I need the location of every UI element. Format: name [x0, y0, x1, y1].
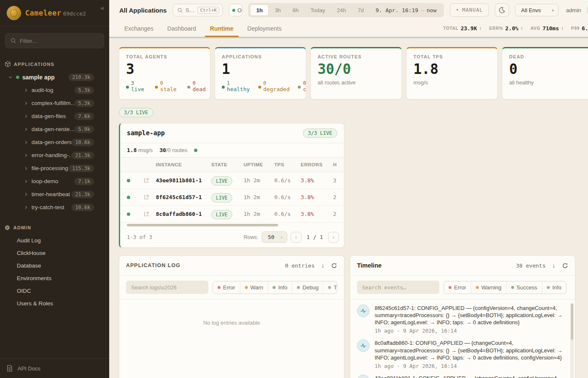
- event-timestamp: 1h ago · 9 Apr 2026, 16:14: [375, 363, 565, 369]
- count-badge: 10.6k: [71, 139, 94, 146]
- filter-placeholder: Filter...: [20, 38, 37, 44]
- download-icon[interactable]: ↓: [321, 262, 324, 269]
- app-name[interactable]: sample-app: [127, 129, 165, 137]
- stat-critical: 0criti: [298, 80, 306, 92]
- external-link-icon[interactable]: [144, 178, 149, 183]
- scrollbar-thumb[interactable]: [571, 304, 573, 340]
- scrollbar-thumb[interactable]: [127, 224, 278, 226]
- page-indicator: 1 / 1: [305, 234, 325, 240]
- kpi-p99: P996.8s↑: [571, 25, 588, 32]
- manual-refresh-button[interactable]: • MANUAL: [450, 3, 489, 17]
- external-link-icon[interactable]: [144, 211, 149, 217]
- document-icon: [7, 365, 13, 372]
- event-timestamp: 1h ago · 9 Apr 2026, 16:14: [375, 328, 565, 334]
- time-range-7d[interactable]: 7d: [352, 4, 370, 16]
- search-icon: [177, 8, 183, 13]
- time-range-6h[interactable]: 6h: [287, 4, 304, 16]
- sidebar-nav: APPLICATIONS sample app 210.3k audit-log…: [0, 51, 109, 358]
- sidebar-item-environments[interactable]: Environments: [0, 272, 109, 284]
- filter-chip-error[interactable]: Error: [444, 281, 471, 294]
- vertical-scrollbar[interactable]: [570, 303, 574, 378]
- sidebar-item-audit-log-admin[interactable]: Audit Log: [0, 234, 109, 247]
- filter-chip-success[interactable]: Success: [506, 281, 542, 294]
- sidebar-item-audit-log[interactable]: audit-log5.3k: [0, 84, 109, 97]
- tab-dashboard[interactable]: Dashboard: [162, 20, 201, 37]
- table-footer: 1-3 of 3 Rows: 50 ▾ ‹ 1 / 1 ›: [120, 228, 344, 247]
- sidebar-item-data-gen-nested[interactable]: data-gen-neste…5.9k: [0, 123, 109, 136]
- stat-dead: 0dead: [187, 80, 205, 92]
- card-total-agents: TOTAL AGENTS 3 3live 0stale 0dead: [119, 47, 210, 100]
- count-badge: 21.3k: [71, 191, 94, 198]
- instance-status-dot: [127, 196, 130, 199]
- chevron-right-icon: [24, 127, 28, 131]
- api-docs-link[interactable]: API Docs: [0, 358, 109, 378]
- keyboard-shortcut: Ctrl+K: [197, 7, 219, 14]
- refresh-icon[interactable]: [331, 262, 337, 269]
- time-range-selector: 1h 3h 6h Today 24h 7d 9. Apr. 16:19—now: [248, 3, 444, 17]
- online-status-button[interactable]: O: [229, 4, 242, 16]
- next-page-button[interactable]: ›: [328, 232, 339, 243]
- table-row[interactable]: 8f6245c61d57-1 LIVE 1h 2m 0.6/s 3.8% 2: [120, 189, 344, 206]
- sidebar-item-oidc[interactable]: OIDC: [0, 284, 109, 297]
- sidebar: Cameleer69dcce2 « Filter... APPLICATIONS…: [0, 0, 109, 378]
- prev-page-button[interactable]: ‹: [291, 232, 302, 243]
- filter-chip-error[interactable]: Error: [213, 281, 240, 294]
- download-icon[interactable]: ↓: [552, 262, 555, 269]
- log-search-input[interactable]: [126, 281, 208, 294]
- timeline-search-input[interactable]: [357, 281, 439, 294]
- horizontal-scrollbar[interactable]: [127, 223, 341, 227]
- refresh-icon[interactable]: [562, 262, 568, 269]
- sidebar-item-try-catch-test[interactable]: try-catch-test10.6k: [0, 201, 109, 214]
- sidebar-item-data-gen-files[interactable]: data-gen-files7.6k: [0, 110, 109, 123]
- filter-chip-warn[interactable]: Warn: [240, 281, 268, 294]
- tab-runtime[interactable]: Runtime: [205, 20, 239, 37]
- sidebar-item-database[interactable]: Database: [0, 259, 109, 272]
- stat-healthy: 1healthy: [222, 80, 250, 92]
- sidebar-item-sample-app[interactable]: sample app 210.3k: [0, 71, 109, 84]
- chevron-down-icon: [8, 75, 13, 79]
- rows-per-page-select[interactable]: 50 ▾: [262, 231, 287, 243]
- sidebar-item-file-processing[interactable]: file-processing115.3k: [0, 162, 109, 175]
- time-range-1h[interactable]: 1h: [250, 4, 269, 16]
- filter-chip-info[interactable]: Info: [268, 281, 292, 294]
- admin-section-header: ⚙ ADMIN: [0, 219, 109, 234]
- tab-exchanges[interactable]: Exchanges: [119, 20, 158, 37]
- filter-chip-debug[interactable]: Debug: [292, 281, 323, 294]
- tab-deployments[interactable]: Deployments: [242, 20, 287, 37]
- count-badge: 210.3k: [68, 74, 94, 81]
- instance-status-dot: [127, 179, 130, 182]
- filter-input[interactable]: Filter...: [5, 33, 104, 48]
- filter-chip-info[interactable]: Info: [542, 281, 566, 294]
- timeline-event[interactable]: 8c0affadb860-1: CONFIG_APPLIED — {change…: [357, 339, 565, 369]
- chevron-right-icon: [24, 114, 28, 118]
- table-row[interactable]: 43ee9811b801-1 LIVE 1h 2m 0.6/s 3.8% 3: [120, 172, 344, 189]
- timeline-event[interactable]: 43ee9811b801-1: CONFIG_APPLIED — {change…: [357, 375, 565, 378]
- sidebar-item-timer-heartbeat[interactable]: timer-heartbeat21.3k: [0, 188, 109, 201]
- entries-count: 0 entries: [285, 262, 315, 269]
- time-range-3h[interactable]: 3h: [269, 4, 286, 16]
- sidebar-item-complex-fulfillment[interactable]: complex-fulfillm…5.3k: [0, 97, 109, 110]
- error-dot: [449, 286, 452, 289]
- time-range-today[interactable]: Today: [304, 4, 331, 16]
- trend-up-icon: ↑: [561, 26, 564, 32]
- sidebar-item-users-roles[interactable]: Users & Roles: [0, 297, 109, 310]
- environment-select[interactable]: All Envs ▾: [515, 4, 559, 16]
- card-active-routes: ACTIVE ROUTES 30/0 all routes active: [310, 47, 402, 100]
- date-range-display[interactable]: 9. Apr. 16:19—now: [370, 7, 442, 13]
- sidebar-item-clickhouse[interactable]: ClickHouse: [0, 247, 109, 259]
- sidebar-item-loop-demo[interactable]: loop-demo7.1k: [0, 175, 109, 188]
- external-link-icon[interactable]: [144, 194, 149, 200]
- dark-mode-toggle[interactable]: [495, 3, 509, 17]
- filter-chip-warning[interactable]: Warning: [471, 281, 506, 294]
- kpi-avg: AVG710ms↑: [530, 25, 563, 32]
- timeline-event[interactable]: 8f6245c61d57-1: CONFIG_APPLIED — {config…: [357, 304, 565, 334]
- global-search-input[interactable]: S… Ctrl+K: [173, 4, 223, 16]
- filter-chip-trace[interactable]: Trace: [323, 281, 337, 294]
- collapse-sidebar-button[interactable]: «: [101, 4, 104, 11]
- count-badge: 5.3k: [74, 100, 94, 107]
- table-row[interactable]: 8c0affadb860-1 LIVE 1h 2m 0.6/s 3.8% 2: [120, 206, 344, 223]
- sidebar-item-error-handling[interactable]: error-handling-…21.3k: [0, 149, 109, 162]
- status-dot: [222, 86, 225, 89]
- time-range-24h[interactable]: 24h: [331, 4, 352, 16]
- sidebar-item-data-gen-orders[interactable]: data-gen-orders10.6k: [0, 136, 109, 149]
